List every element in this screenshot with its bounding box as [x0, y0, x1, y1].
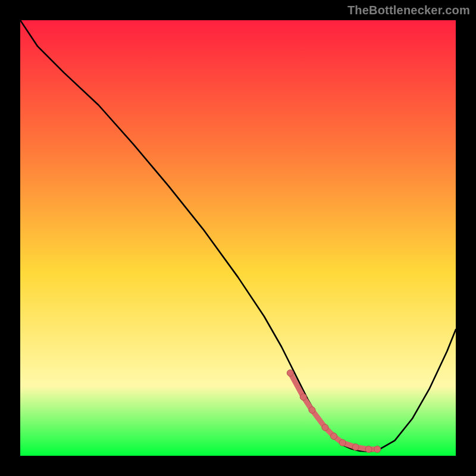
marker-dot [322, 424, 328, 431]
chart-frame: TheBottlenecker.com [0, 0, 476, 476]
marker-dot [339, 440, 346, 446]
heatmap-background [20, 20, 456, 456]
bottleneck-chart [20, 20, 456, 456]
marker-dot [300, 394, 306, 400]
marker-dot [352, 444, 359, 450]
marker-dot [374, 446, 381, 453]
marker-dot [287, 369, 293, 376]
marker-dot [309, 407, 315, 414]
attribution-text: TheBottlenecker.com [347, 4, 470, 17]
marker-dot [365, 446, 372, 453]
marker-dot [331, 433, 337, 440]
